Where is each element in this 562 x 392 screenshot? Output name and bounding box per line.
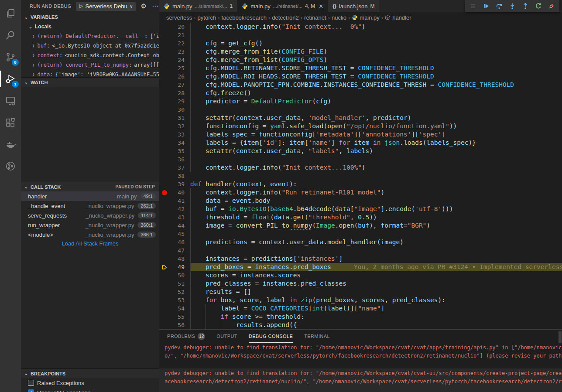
line-number[interactable]: 51 xyxy=(170,280,185,288)
line-content[interactable]: labels_spec = functionconfig['metadata']… xyxy=(190,130,562,139)
breakpoint-margin[interactable] xyxy=(159,313,170,321)
line-content[interactable]: cfg.freeze() xyxy=(190,89,562,97)
call-stack-frame[interactable]: <module>_nuclio_wrapper.py366:1 xyxy=(21,230,159,239)
editor-tab-main.py[interactable]: main.py.../siammask/...1 xyxy=(159,0,237,12)
chevron-right-icon[interactable]: ❯ xyxy=(32,34,34,38)
gear-icon[interactable]: ⚙ xyxy=(141,2,147,10)
breakpoint-margin[interactable] xyxy=(159,271,170,280)
breadcrumb-item-serverless[interactable]: serverless xyxy=(166,14,192,21)
line-content[interactable]: predictions = context.user_data.model_ha… xyxy=(190,238,562,246)
breakpoint-margin[interactable] xyxy=(159,147,170,155)
breakpoint-margin[interactable] xyxy=(159,288,170,296)
breadcrumb-item-nuclio[interactable]: nuclio xyxy=(332,14,346,21)
line-content[interactable] xyxy=(190,155,562,164)
line-number[interactable]: 44 xyxy=(170,222,185,230)
breakpoint-margin[interactable] xyxy=(159,48,170,56)
line-content[interactable] xyxy=(190,246,562,255)
line-number[interactable]: 56 xyxy=(170,321,185,329)
panel-tab-output[interactable]: OUTPUT xyxy=(216,330,237,343)
line-content[interactable]: pred_boxes = instances.pred_boxesYou, 2 … xyxy=(190,263,562,271)
variable-row[interactable]: ❯buf:<_io.BytesIO object at 0x7f5a2dc1ec… xyxy=(21,41,159,51)
activity-bar-item-source-control[interactable]: 8 xyxy=(0,46,21,68)
editor-tab-launch.json[interactable]: {}launch.jsonM xyxy=(328,0,379,12)
call-stack-frame[interactable]: serve_requests_nuclio_wrapper.py114:1 xyxy=(21,211,159,220)
scrollbar-thumb[interactable] xyxy=(559,331,562,343)
breakpoint-margin[interactable] xyxy=(159,155,170,164)
line-content[interactable]: for box, score, label in zip(pred_boxes,… xyxy=(190,296,562,304)
line-content[interactable]: threshold = float(data.get("threshold", … xyxy=(190,213,562,222)
line-content[interactable] xyxy=(190,172,562,180)
line-number[interactable]: 26 xyxy=(170,72,185,81)
launch-config-label[interactable]: Serverless Debu xyxy=(86,3,127,10)
line-content[interactable]: setattr(context.user_data, "labels", lab… xyxy=(190,147,562,155)
line-content[interactable]: setattr(context.user_data, 'model_handle… xyxy=(190,114,562,122)
line-number[interactable]: 38 xyxy=(170,172,185,180)
restart-button[interactable] xyxy=(535,3,542,10)
line-number[interactable]: 31 xyxy=(170,114,185,122)
line-content[interactable]: cfg.merge_from_list(CONFIG_OPTS) xyxy=(190,56,562,64)
line-number[interactable]: 33 xyxy=(170,130,185,139)
line-number[interactable]: 42 xyxy=(170,205,185,213)
activity-bar-item-git-graph[interactable] xyxy=(0,155,21,177)
breakpoint-margin[interactable] xyxy=(159,72,170,81)
activity-bar-item-search[interactable] xyxy=(0,24,21,46)
line-content[interactable]: context.logger.info("Init context...100%… xyxy=(190,164,562,172)
code-editor[interactable]: 20context.logger.info("Init context... 0… xyxy=(159,23,562,329)
breakpoint-margin[interactable] xyxy=(159,56,170,64)
disconnect-button[interactable] xyxy=(548,3,555,10)
line-number[interactable]: 39 xyxy=(170,180,185,188)
call-stack-header[interactable]: ⌄ CALL STACK PAUSED ON STEP xyxy=(21,182,159,191)
breakpoint-margin[interactable] xyxy=(159,280,170,288)
line-number[interactable]: 36 xyxy=(170,155,185,164)
breakpoint-margin[interactable] xyxy=(159,130,170,139)
chevron-right-icon[interactable]: ❯ xyxy=(32,53,34,58)
line-number[interactable]: 30 xyxy=(170,106,185,114)
watch-header[interactable]: ⌄ WATCH xyxy=(21,77,159,87)
step-out-button[interactable] xyxy=(522,3,529,10)
breadcrumb-item-detectron2[interactable]: detectron2 xyxy=(272,14,298,21)
line-content[interactable]: predictor = DefaultPredictor(cfg) xyxy=(190,97,562,106)
line-number[interactable]: 22 xyxy=(170,39,185,48)
more-actions-icon[interactable]: ⋯ xyxy=(152,2,158,10)
panel-tab-problems[interactable]: PROBLEMS12 xyxy=(167,330,205,343)
breakpoint-margin[interactable] xyxy=(159,180,170,188)
breakpoint-margin[interactable] xyxy=(159,89,170,97)
editor-tab-main.py[interactable]: main.py.../retinanet/...4, M✕ xyxy=(237,0,328,12)
load-all-stack-frames-link[interactable]: Load All Stack Frames xyxy=(21,240,159,247)
activity-bar-item-extensions[interactable] xyxy=(0,112,21,133)
breakpoint-margin[interactable] xyxy=(159,205,170,213)
line-number[interactable]: 54 xyxy=(170,304,185,313)
breakpoint-uncaught-exceptions[interactable]: ✓ Uncaught Exceptions xyxy=(21,388,159,392)
line-number[interactable]: 55 xyxy=(170,313,185,321)
launch-config-dropdown[interactable]: Serverless Debu ∨ xyxy=(76,2,136,11)
line-number[interactable]: 43 xyxy=(170,213,185,222)
line-number[interactable]: 47 xyxy=(170,246,185,255)
breakpoint-margin[interactable] xyxy=(159,164,170,172)
breakpoint-margin[interactable] xyxy=(159,230,170,238)
line-content[interactable]: image = convert_PIL_to_numpy(Image.open(… xyxy=(190,222,562,230)
line-content[interactable]: buf = io.BytesIO(base64.b64decode(data["… xyxy=(190,205,562,213)
line-content[interactable]: pred_classes = instances.pred_classes xyxy=(190,280,562,288)
breakpoint-margin[interactable] xyxy=(159,304,170,313)
breakpoint-margin[interactable] xyxy=(159,197,170,205)
activity-bar-item-remote-explorer[interactable] xyxy=(0,90,21,112)
checkbox-unchecked[interactable] xyxy=(28,380,34,386)
breakpoint-margin[interactable] xyxy=(159,97,170,106)
line-content[interactable]: context.logger.info("Init context... 0%"… xyxy=(190,23,562,31)
line-content[interactable]: data = event.body xyxy=(190,197,562,205)
variables-header[interactable]: ⌄ VARIABLES xyxy=(21,12,159,22)
line-content[interactable]: instances = predictions['instances'] xyxy=(190,255,562,263)
breakpoint-icon[interactable] xyxy=(159,188,170,197)
line-number[interactable]: 34 xyxy=(170,139,185,147)
line-content[interactable] xyxy=(190,230,562,238)
line-content[interactable]: labels = {item['id']: item['name'] for i… xyxy=(190,139,562,147)
breakpoint-margin[interactable] xyxy=(159,64,170,72)
panel-tab-terminal[interactable]: TERMINAL xyxy=(304,330,330,343)
activity-bar-item-run-and-debug[interactable]: 1 xyxy=(0,68,21,90)
breadcrumb-item-pytorch[interactable]: pytorch xyxy=(198,14,216,21)
breakpoint-margin[interactable] xyxy=(159,139,170,147)
breakpoint-margin[interactable] xyxy=(159,39,170,48)
call-stack-frame[interactable]: _handle_event_nuclio_wrapper.py262:1 xyxy=(21,201,159,211)
close-icon[interactable]: ✕ xyxy=(319,3,323,10)
line-content[interactable]: def handler(context, event): xyxy=(190,180,562,188)
